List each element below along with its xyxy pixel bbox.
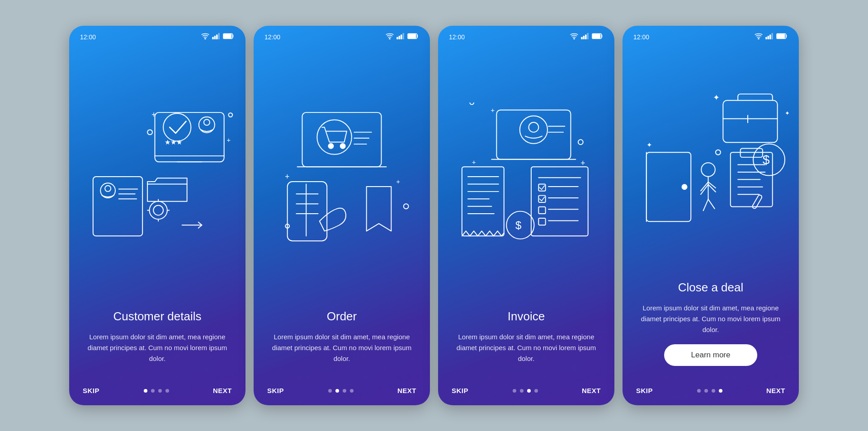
- svg-rect-36: [402, 33, 404, 39]
- content-4: Close a deal Lorem ipsum dolor sit dim a…: [623, 281, 799, 382]
- dot-1-2: [151, 389, 155, 393]
- svg-text:✦: ✦: [646, 141, 652, 149]
- svg-point-26: [153, 206, 163, 216]
- svg-text:$: $: [515, 219, 521, 231]
- svg-point-0: [205, 38, 206, 39]
- svg-rect-97: [771, 33, 773, 39]
- wifi-icon-2: [386, 33, 394, 41]
- svg-rect-1: [212, 37, 214, 39]
- svg-text:+: +: [472, 158, 476, 166]
- screen-close-deal: 12:00: [623, 26, 799, 405]
- status-icons-3: [570, 33, 604, 41]
- skip-button-2[interactable]: SKIP: [267, 387, 284, 394]
- svg-rect-84: [538, 218, 545, 225]
- svg-point-65: [520, 116, 547, 144]
- dot-1-4: [165, 389, 169, 393]
- dot-2-3: [343, 389, 346, 393]
- dot-1-1: [144, 389, 147, 393]
- svg-rect-62: [593, 34, 600, 38]
- learn-more-button[interactable]: Learn more: [664, 344, 758, 366]
- wifi-icon-4: [755, 33, 763, 41]
- svg-point-121: [716, 150, 721, 155]
- status-bar-3: 12:00: [438, 26, 614, 44]
- skip-button-3[interactable]: SKIP: [452, 387, 468, 394]
- skip-button-4[interactable]: SKIP: [636, 387, 653, 394]
- dot-3-4: [534, 389, 538, 393]
- svg-rect-111: [741, 149, 763, 158]
- svg-rect-39: [302, 112, 382, 167]
- dot-3-1: [513, 389, 516, 393]
- wifi-icon-3: [570, 33, 578, 41]
- next-button-2[interactable]: NEXT: [397, 387, 416, 394]
- status-bar-2: 12:00: [254, 26, 430, 44]
- skip-button-1[interactable]: SKIP: [83, 387, 99, 394]
- svg-rect-69: [462, 167, 504, 236]
- svg-rect-82: [538, 207, 545, 214]
- svg-rect-63: [496, 110, 571, 159]
- content-2: Order Lorem ipsum dolor sit dim amet, me…: [254, 309, 430, 382]
- status-icons-4: [755, 33, 788, 41]
- description-3: Lorem ipsum dolor sit dim amet, mea regi…: [452, 332, 601, 364]
- title-4: Close a deal: [636, 281, 785, 295]
- nav-4: SKIP NEXT: [623, 382, 799, 405]
- svg-point-93: [758, 38, 759, 39]
- svg-rect-96: [769, 35, 771, 40]
- screen-order: 12:00: [254, 26, 430, 405]
- svg-rect-35: [401, 35, 402, 40]
- svg-rect-2: [214, 36, 216, 39]
- dot-4-2: [704, 389, 708, 393]
- svg-point-25: [150, 201, 167, 219]
- svg-rect-99: [777, 34, 785, 38]
- screen-customer-details: 12:00: [69, 26, 245, 405]
- svg-rect-100: [723, 101, 777, 143]
- svg-text:★★★: ★★★: [165, 138, 182, 146]
- svg-point-56: [574, 38, 575, 39]
- title-1: Customer details: [83, 309, 232, 323]
- dot-3-2: [520, 389, 524, 393]
- battery-icon-2: [407, 33, 419, 41]
- time-2: 12:00: [264, 33, 280, 41]
- status-icons-2: [386, 33, 419, 41]
- status-bar-1: 12:00: [69, 26, 245, 44]
- svg-point-54: [404, 204, 409, 209]
- svg-point-42: [328, 144, 333, 149]
- description-4: Lorem ipsum dolor sit dim amet, mea regi…: [636, 303, 785, 335]
- battery-icon-3: [592, 33, 604, 41]
- dot-4-1: [697, 389, 701, 393]
- svg-rect-6: [224, 34, 231, 38]
- svg-text:+: +: [285, 172, 289, 181]
- svg-rect-33: [396, 37, 398, 39]
- svg-text:+: +: [226, 136, 231, 144]
- svg-point-43: [340, 144, 345, 149]
- dot-3-3: [527, 389, 531, 393]
- svg-text:+: +: [491, 106, 495, 114]
- svg-point-16: [147, 130, 152, 135]
- svg-rect-94: [765, 37, 767, 39]
- svg-point-32: [389, 38, 390, 39]
- svg-point-91: [470, 103, 474, 104]
- dot-4-4: [719, 389, 722, 393]
- svg-rect-76: [531, 167, 588, 236]
- title-3: Invoice: [452, 309, 601, 323]
- next-button-1[interactable]: NEXT: [213, 387, 232, 394]
- svg-rect-57: [581, 37, 583, 39]
- svg-point-66: [528, 122, 538, 132]
- next-button-3[interactable]: NEXT: [582, 387, 601, 394]
- svg-rect-4: [218, 33, 220, 39]
- next-button-4[interactable]: NEXT: [766, 387, 785, 394]
- svg-text:✦: ✦: [713, 94, 720, 103]
- screen-invoice: 12:00: [438, 26, 614, 405]
- content-1: Customer details Lorem ipsum dolor sit d…: [69, 309, 245, 382]
- nav-1: SKIP NEXT: [69, 382, 245, 405]
- screens-container: 12:00: [51, 8, 817, 423]
- svg-rect-34: [399, 36, 401, 39]
- time-4: 12:00: [633, 33, 649, 41]
- svg-text:+: +: [151, 110, 156, 119]
- nav-2: SKIP NEXT: [254, 382, 430, 405]
- dot-1-3: [158, 389, 162, 393]
- dot-2-4: [350, 389, 354, 393]
- battery-icon-4: [776, 33, 788, 41]
- svg-point-108: [701, 163, 715, 177]
- svg-point-10: [163, 114, 191, 141]
- time-1: 12:00: [80, 33, 96, 41]
